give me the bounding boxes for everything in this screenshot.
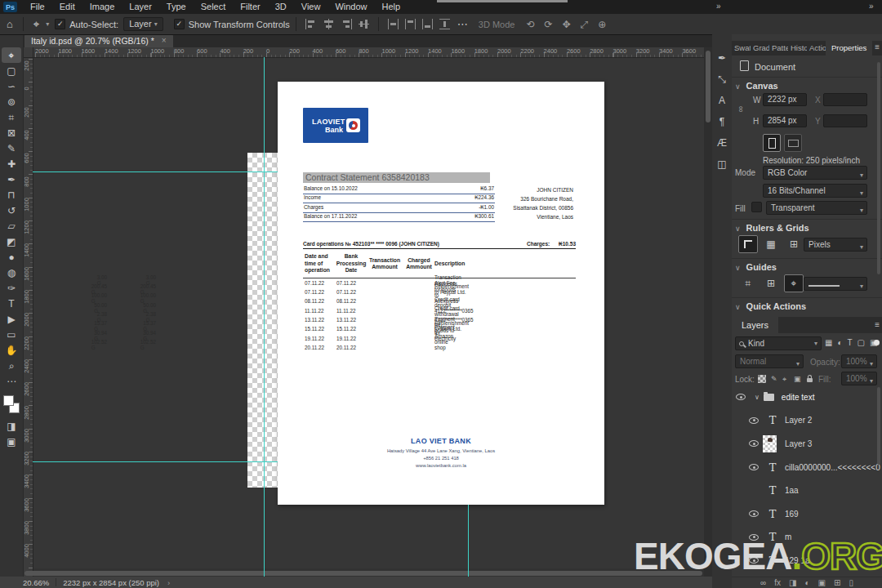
- layers-action-icon[interactable]: ∞: [760, 578, 766, 588]
- menu-item[interactable]: 3D: [268, 0, 294, 14]
- layers-action-icon[interactable]: ⊞: [834, 578, 840, 588]
- menu-item[interactable]: Help: [375, 0, 408, 14]
- layer-visibility-toggle[interactable]: [745, 464, 763, 470]
- panel-icon[interactable]: ¶: [712, 111, 732, 132]
- layer-row[interactable]: ∨ cilla0000000...<<<<<<<<0 d: [732, 456, 882, 479]
- clear-guides-icon[interactable]: ⌖: [784, 274, 804, 292]
- distribute-center-icon[interactable]: [388, 19, 399, 29]
- lock-guides-icon[interactable]: ⊞: [761, 274, 781, 292]
- canvas-height-field[interactable]: 2854 px: [763, 114, 807, 127]
- layers-tab[interactable]: Layers: [732, 317, 778, 333]
- zoom-level-field[interactable]: 20.66%: [23, 578, 49, 587]
- color-mode-dropdown[interactable]: RGB Color▾: [763, 166, 867, 180]
- units-dropdown[interactable]: Pixels▾: [804, 238, 867, 252]
- rulers-grids-section-header[interactable]: ∨Rulers & Grids: [735, 223, 809, 233]
- orientation-portrait-button[interactable]: [763, 134, 781, 152]
- tool-button[interactable]: ◩: [2, 234, 21, 249]
- tool-button[interactable]: ⌖: [2, 47, 21, 63]
- auto-select-checkbox[interactable]: ✓: [55, 19, 65, 29]
- 3d-mode-icon[interactable]: ✥: [563, 19, 571, 30]
- tool-button[interactable]: ↺: [2, 203, 21, 218]
- layer-filter-icon[interactable]: T: [848, 338, 853, 347]
- distribute-horizontal-icon[interactable]: [439, 19, 450, 29]
- panel-tab[interactable]: Patterns: [769, 41, 788, 56]
- fill-swatch[interactable]: [751, 202, 762, 212]
- toggle-pixel-grid-icon[interactable]: ⊞: [784, 235, 804, 253]
- layer-filter-dropdown[interactable]: Kind ▾: [735, 336, 822, 350]
- close-tab-icon[interactable]: ×: [162, 34, 167, 47]
- layers-scrollbar[interactable]: [877, 387, 880, 465]
- layers-action-icon[interactable]: ▣: [818, 578, 826, 588]
- tool-button[interactable]: ▢: [2, 63, 21, 78]
- layer-visibility-toggle[interactable]: [732, 394, 750, 400]
- collapse-panels-icon[interactable]: »: [869, 2, 874, 11]
- quick-actions-section-header[interactable]: ∨Quick Actions: [735, 301, 806, 311]
- tool-button[interactable]: ✑: [2, 280, 21, 296]
- layers-action-icon[interactable]: ◨: [789, 578, 796, 588]
- guide-style-dropdown[interactable]: ▾: [804, 277, 867, 291]
- layers-action-icon[interactable]: ▯: [849, 578, 853, 588]
- layer-visibility-toggle[interactable]: [745, 417, 763, 424]
- foreground-background-colors[interactable]: [2, 395, 20, 413]
- tool-button[interactable]: ▭: [2, 327, 21, 342]
- screen-mode-icon[interactable]: ▣: [2, 434, 21, 449]
- auto-select-dropdown[interactable]: Layer▾: [123, 17, 163, 31]
- tool-button[interactable]: ✒: [2, 172, 21, 187]
- tool-button[interactable]: ◍: [2, 265, 21, 280]
- canvas-section-header[interactable]: ∨Canvas: [735, 81, 778, 91]
- 3d-mode-icon[interactable]: ⟲: [526, 19, 534, 30]
- constrain-link-icon[interactable]: ∞: [737, 106, 746, 113]
- tool-button[interactable]: ∽: [2, 78, 21, 94]
- tool-button[interactable]: ✎: [2, 140, 21, 156]
- menu-item[interactable]: Edit: [52, 0, 82, 14]
- layer-filter-icon[interactable]: ▦: [825, 338, 832, 347]
- tool-button[interactable]: ⋯: [2, 373, 21, 389]
- 3d-mode-icon[interactable]: ⊕: [598, 19, 606, 30]
- properties-scrollbar[interactable]: [877, 62, 880, 274]
- status-arrow-icon[interactable]: ›: [167, 578, 170, 587]
- tool-button[interactable]: ⊚: [2, 94, 21, 109]
- menu-item[interactable]: View: [294, 0, 328, 14]
- show-transform-checkbox[interactable]: ✓: [174, 19, 185, 29]
- lock-all-icon[interactable]: [807, 378, 813, 382]
- align-left-icon[interactable]: [305, 19, 317, 29]
- layer-row[interactable]: ∨ edite text: [732, 385, 882, 409]
- layers-panel-menu-icon[interactable]: ≡: [875, 320, 880, 329]
- panel-icon[interactable]: Æ: [712, 132, 732, 154]
- group-caret-icon[interactable]: ∨: [755, 394, 760, 401]
- menu-item[interactable]: Filter: [233, 0, 267, 14]
- tool-button[interactable]: ⌗: [2, 109, 21, 125]
- menu-item[interactable]: Image: [82, 0, 122, 14]
- foreground-color-swatch[interactable]: [3, 395, 14, 406]
- menu-item[interactable]: Window: [327, 0, 374, 14]
- 3d-mode-icon[interactable]: ⟳: [544, 19, 552, 30]
- canvas-horizontal-scrollbar[interactable]: [24, 571, 702, 576]
- align-center-icon[interactable]: [323, 19, 334, 29]
- orientation-landscape-button[interactable]: [784, 134, 802, 152]
- panel-icon[interactable]: ◫: [712, 154, 732, 175]
- layer-row[interactable]: ∨ Layer 3: [732, 432, 882, 456]
- home-icon[interactable]: ⌂: [7, 18, 13, 30]
- panel-icon[interactable]: ✒: [712, 47, 732, 69]
- menu-item[interactable]: File: [23, 0, 52, 14]
- distribute-bottom-icon[interactable]: [422, 19, 433, 29]
- canvas-width-field[interactable]: 2232 px: [763, 93, 807, 106]
- tool-button[interactable]: ✋: [2, 342, 21, 358]
- quick-mask-icon[interactable]: ◨: [2, 418, 21, 434]
- panel-tab[interactable]: Gradients: [751, 41, 769, 56]
- layer-visibility-toggle[interactable]: [745, 440, 763, 447]
- layers-action-icon[interactable]: fx: [774, 578, 781, 588]
- align-right-icon[interactable]: [341, 19, 352, 29]
- distribute-top-icon[interactable]: [405, 19, 416, 29]
- menu-item[interactable]: Select: [194, 0, 234, 14]
- toggle-rulers-icon[interactable]: [738, 235, 758, 253]
- fill-dropdown[interactable]: Transparent▾: [766, 201, 867, 215]
- canvas-vertical-scrollbar[interactable]: [704, 47, 712, 577]
- layer-row[interactable]: ∨ Layer 2: [732, 409, 882, 433]
- panel-tab[interactable]: History: [788, 41, 807, 56]
- 3d-mode-icon[interactable]: ⤢: [581, 19, 589, 30]
- document-tab[interactable]: Italy id.psd @ 20.7% (RGB/16) * ×: [24, 34, 173, 47]
- layer-filter-icon[interactable]: ▢: [858, 338, 865, 347]
- menu-item[interactable]: Layer: [122, 0, 159, 14]
- bit-depth-dropdown[interactable]: 16 Bits/Channel▾: [763, 184, 867, 198]
